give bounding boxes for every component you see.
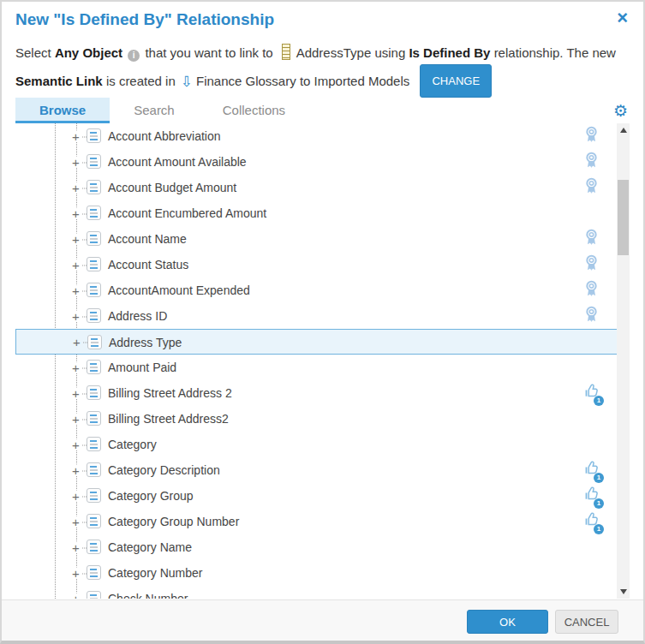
tree-item-label[interactable]: Category Group xyxy=(108,483,194,509)
scroll-down-icon[interactable] xyxy=(617,585,630,599)
expand-icon[interactable]: + xyxy=(69,542,82,553)
tab-search[interactable]: Search xyxy=(110,98,199,123)
expand-icon[interactable]: + xyxy=(69,362,82,373)
gear-icon[interactable]: ⚙ xyxy=(613,98,630,123)
tree-item[interactable]: + Category Number xyxy=(15,560,624,586)
scrollbar-thumb[interactable] xyxy=(618,180,629,255)
badge-slot xyxy=(583,306,604,328)
award-ribbon-icon xyxy=(583,152,600,172)
tree-item[interactable]: + Address Type xyxy=(15,329,624,355)
award-ribbon-icon xyxy=(583,229,600,249)
cancel-button[interactable]: CANCEL xyxy=(555,610,618,634)
expand-icon[interactable]: + xyxy=(69,593,82,599)
term-icon xyxy=(87,360,101,374)
tree-item-label[interactable]: Address Type xyxy=(109,330,182,355)
expand-icon[interactable]: + xyxy=(69,439,82,450)
tree-item[interactable]: + Category Group 1 xyxy=(15,483,624,509)
expand-icon[interactable]: + xyxy=(69,516,82,528)
tree-item-label[interactable]: Category Description xyxy=(108,457,220,483)
expand-icon[interactable]: + xyxy=(69,131,82,142)
tree-item-label[interactable]: Account Abbreviation xyxy=(108,123,221,149)
scrollbar[interactable] xyxy=(617,123,630,599)
tree-item-label[interactable]: Account Status xyxy=(108,252,188,277)
tree-item[interactable]: + AccountAmount Expended xyxy=(15,277,624,303)
expand-icon[interactable]: + xyxy=(69,157,82,168)
tree-item[interactable]: + Address ID xyxy=(15,303,624,329)
tree-item-label[interactable]: Check Number xyxy=(108,586,188,599)
tree-item[interactable]: + Account Status xyxy=(15,252,624,277)
tree-item-label[interactable]: Address ID xyxy=(108,303,167,329)
tree-item-label[interactable]: Category Number xyxy=(108,560,203,586)
expand-icon[interactable]: + xyxy=(69,234,82,245)
term-icon xyxy=(87,128,101,143)
tree-item-label[interactable]: Billing Street Address2 xyxy=(108,406,229,432)
intro-rest: relationship. The new xyxy=(494,45,616,60)
tree-item-label[interactable]: AccountAmount Expended xyxy=(108,277,250,303)
expand-icon[interactable]: + xyxy=(69,465,82,476)
tree-item[interactable]: + Account Name xyxy=(15,226,624,252)
dialog-title: New "Is Defined By" Relationship xyxy=(15,10,274,29)
term-icon xyxy=(87,180,101,194)
expand-icon[interactable]: + xyxy=(69,414,82,425)
intro-target-object: AddressType xyxy=(296,45,372,60)
tree-item-label[interactable]: Account Budget Amount xyxy=(108,175,236,200)
badge-slot xyxy=(583,203,604,225)
change-button[interactable]: CHANGE xyxy=(420,64,492,98)
expand-icon[interactable]: + xyxy=(70,337,83,348)
ok-button[interactable]: OK xyxy=(467,610,548,634)
tree-item[interactable]: + Category Name xyxy=(15,534,624,560)
tree-item-label[interactable]: Account Amount Available xyxy=(108,149,247,175)
expand-icon[interactable]: + xyxy=(69,182,82,194)
scroll-up-icon[interactable] xyxy=(617,123,630,137)
tree-item[interactable]: + Category Group Number 1 xyxy=(15,509,624,534)
tree-item-label[interactable]: Amount Paid xyxy=(108,355,176,380)
tree-item[interactable]: + Amount Paid xyxy=(15,355,624,380)
tree-item[interactable]: + Billing Street Address2 xyxy=(15,406,624,432)
term-icon xyxy=(87,308,101,323)
term-icon xyxy=(87,462,101,477)
expand-icon[interactable]: + xyxy=(69,259,82,271)
intro-using: using xyxy=(374,45,405,60)
tree-item[interactable]: + Category Description 1 xyxy=(15,457,624,483)
tree-item[interactable]: + Account Abbreviation xyxy=(15,123,624,149)
intro-any-object: Any Object xyxy=(55,45,122,60)
tree-item[interactable]: + Billing Street Address 2 1 xyxy=(15,380,624,406)
expand-icon[interactable]: + xyxy=(69,568,82,579)
tab-browse[interactable]: Browse xyxy=(15,98,110,123)
expand-icon[interactable]: + xyxy=(69,285,82,296)
tree-item-label[interactable]: Account Encumbered Amount xyxy=(108,200,266,226)
badge-slot xyxy=(583,152,604,174)
term-icon xyxy=(87,565,101,580)
award-ribbon-icon xyxy=(583,254,600,275)
expand-icon[interactable]: + xyxy=(69,208,82,219)
tree-item-label[interactable]: Billing Street Address 2 xyxy=(108,380,232,406)
intro-semantic-link: Semantic Link xyxy=(15,74,103,88)
intro-link-text: that you want to link to xyxy=(145,45,272,60)
tree-item-label[interactable]: Category xyxy=(108,432,157,457)
term-icon xyxy=(87,540,101,554)
tab-collections[interactable]: Collections xyxy=(199,98,309,123)
expand-icon[interactable]: + xyxy=(69,388,82,399)
tree-item-label[interactable]: Account Name xyxy=(108,226,187,252)
badge-slot xyxy=(583,408,604,431)
tree-item[interactable]: + Category xyxy=(15,432,624,457)
info-icon[interactable]: i xyxy=(128,50,140,62)
award-ribbon-icon xyxy=(583,126,600,146)
object-tree-list: + Account Abbreviation + xyxy=(15,123,630,599)
badge-slot: 1 xyxy=(583,511,604,534)
expand-icon[interactable]: + xyxy=(69,491,82,502)
tree-item[interactable]: + Account Amount Available xyxy=(15,149,624,175)
term-icon xyxy=(87,411,101,426)
badge-slot: 1 xyxy=(583,383,604,405)
term-icon xyxy=(87,283,101,297)
tree-item[interactable]: + Account Budget Amount xyxy=(15,175,624,200)
tree-item[interactable]: + Check Number xyxy=(15,586,624,599)
thumbs-count-badge: 1 xyxy=(594,396,604,406)
term-icon xyxy=(87,385,101,400)
tree-item[interactable]: + Account Encumbered Amount xyxy=(15,200,624,226)
close-icon[interactable]: × xyxy=(617,9,628,27)
tab-bar: Browse Search Collections ⚙ xyxy=(15,98,630,124)
tree-item-label[interactable]: Category Name xyxy=(108,534,192,560)
expand-icon[interactable]: + xyxy=(69,311,82,322)
tree-item-label[interactable]: Category Group Number xyxy=(108,509,239,534)
